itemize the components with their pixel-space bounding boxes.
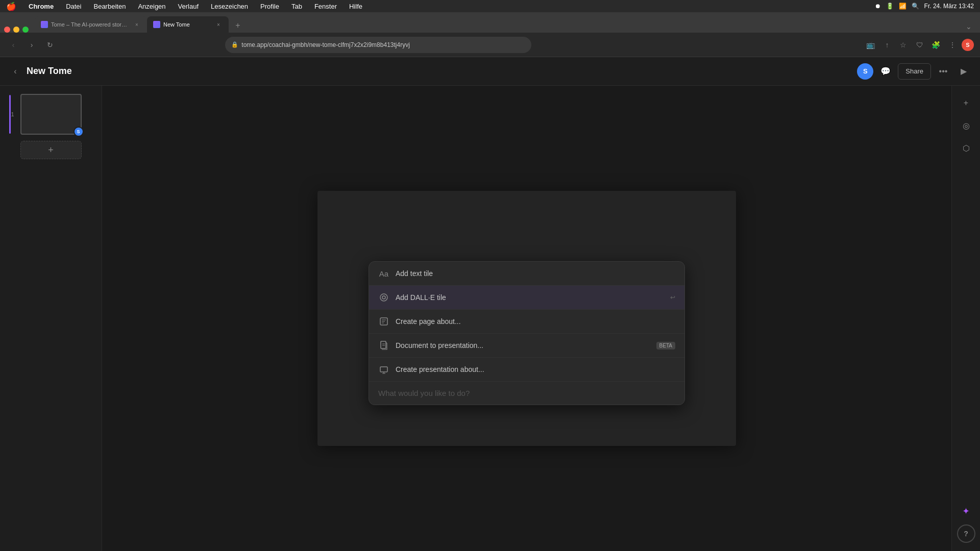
page-title: New Tome [27,66,72,77]
right-sidebar: + ◎ ⬡ ✦ ? [951,86,980,551]
browser-toolbar-right: 📺 ↑ ☆ 🛡 🧩 ⋮ S [864,38,974,52]
beta-badge: BETA [656,342,675,349]
menu-bar: 🍎 Chrome Datei Bearbeiten Anzeigen Verla… [0,0,980,12]
create-page-icon [378,316,389,327]
comments-button[interactable]: 💬 [877,63,894,80]
ai-button[interactable]: ✦ [957,502,975,520]
menu-bearbeiten[interactable]: Bearbeiten [91,2,128,11]
add-tool-button[interactable]: + [957,94,975,112]
menu-wifi: 📶 [899,3,906,10]
share-label: Share [905,67,923,75]
dalle-icon [378,292,389,303]
menu-anzeigen[interactable]: Anzeigen [136,2,167,11]
slide-canvas[interactable]: Aa Add text tile Add DALL·E tile [317,191,736,446]
create-pres-label: Create presentation about... [396,365,675,373]
slide-thumbnail-1[interactable]: 1 S [20,94,82,135]
back-button[interactable]: ‹ [6,38,20,52]
menu-verlauf[interactable]: Verlauf [176,2,201,11]
lock-icon: 🔒 [231,41,238,48]
window-controls [4,27,29,33]
target-tool-button[interactable]: ◎ [957,116,975,135]
address-bar: ‹ › ↻ 🔒 tome.app/coachai-gmbh/new-tome-c… [0,33,980,57]
add-slide-button[interactable]: + [20,141,82,159]
shields-icon[interactable]: 🛡 [913,38,927,52]
text-tile-icon: Aa [378,268,389,279]
share-page-button[interactable]: ↑ [880,38,894,52]
tab-close-2[interactable]: × [214,20,223,29]
new-tab-button[interactable]: + [231,18,245,33]
doc-icon [378,340,389,351]
palette-tool-button[interactable]: ⬡ [957,139,975,157]
minimize-window-button[interactable] [13,27,19,33]
slide-number-1: 1 [11,111,14,117]
menu-lesezeichen[interactable]: Lesezeichen [209,2,250,11]
menu-battery: 🔋 [886,3,894,10]
main-layout: 1 S + Aa Add text tile [0,86,980,551]
menu-datetime: Fr. 24. März 13:42 [924,3,974,10]
extensions-btn[interactable]: 🧩 [929,38,943,52]
forward-button[interactable]: › [24,38,39,52]
menu-hilfe[interactable]: Hilfe [347,2,364,11]
slide-active-indicator [9,95,11,134]
dalle-tile-label: Add DALL·E tile [396,293,664,302]
create-presentation-item[interactable]: Create presentation about... [369,358,684,382]
create-page-item[interactable]: Create page about... [369,310,684,334]
doc-to-pres-label: Document to presentation... [396,341,647,349]
menu-datei[interactable]: Datei [64,2,83,11]
text-tile-label: Add text tile [396,269,675,278]
svg-rect-6 [381,341,386,348]
app-header: ‹ New Tome S 💬 Share ••• ▶ [0,57,980,86]
tab-tome-ai[interactable]: Tome – The AI-powered storyt… × [35,16,147,33]
browser-window: Tome – The AI-powered storyt… × New Tome… [0,12,980,551]
app-content: ‹ New Tome S 💬 Share ••• ▶ 1 S [0,57,980,551]
url-bar[interactable]: 🔒 tome.app/coachai-gmbh/new-tome-clfmj7x… [225,37,531,53]
action-input[interactable] [378,389,675,397]
action-panel: Aa Add text tile Add DALL·E tile [369,261,685,405]
add-dalle-tile-item[interactable]: Add DALL·E tile ↩ [369,286,684,310]
url-text: tome.app/coachai-gmbh/new-tome-clfmj7x2x… [241,41,525,48]
menu-profile[interactable]: Profile [258,2,281,11]
tab-close-1[interactable]: × [133,20,141,29]
menu-tab[interactable]: Tab [289,2,304,11]
share-button[interactable]: Share [898,63,931,80]
tab-title-1: Tome – The AI-powered storyt… [51,21,130,28]
menu-search[interactable]: 🔍 [912,3,919,10]
add-text-tile-item[interactable]: Aa Add text tile [369,262,684,286]
create-page-label: Create page about... [396,317,675,325]
menu-app[interactable]: Chrome [27,2,56,11]
menu-fenster[interactable]: Fenster [312,2,339,11]
header-right: S 💬 Share ••• ▶ [857,63,972,80]
browser-profile[interactable]: S [962,39,974,51]
slide-user-badge: S [74,127,84,137]
app-back-button[interactable]: ‹ [8,64,22,79]
tab-title-2: New Tome [163,21,211,28]
apple-menu[interactable]: 🍎 [6,2,16,11]
tab-favicon-1 [41,21,48,28]
more-tools-button[interactable]: ⋮ [945,38,960,52]
canvas-area: Aa Add text tile Add DALL·E tile [102,86,951,551]
svg-point-0 [380,294,387,301]
bookmark-button[interactable]: ☆ [896,38,911,52]
dalle-shortcut: ↩ [670,294,675,301]
reload-button[interactable]: ↻ [43,38,57,52]
create-pres-icon [378,364,389,375]
menu-record-icon: ⏺ [875,3,881,10]
close-window-button[interactable] [4,27,10,33]
more-options-button[interactable]: ••• [935,63,951,80]
help-button[interactable]: ? [957,524,975,543]
tab-new-tome[interactable]: New Tome × [147,16,229,33]
doc-to-presentation-item[interactable]: Document to presentation... BETA [369,334,684,358]
play-button[interactable]: ▶ [955,63,972,80]
tab-dropdown[interactable]: ⌄ [962,20,976,33]
maximize-window-button[interactable] [22,27,29,33]
user-avatar[interactable]: S [857,63,873,80]
svg-rect-9 [380,367,387,372]
action-input-row[interactable] [369,382,684,405]
left-sidebar: 1 S + [0,86,102,551]
cast-button[interactable]: 📺 [864,38,878,52]
tab-favicon-2 [153,21,160,28]
tab-bar: Tome – The AI-powered storyt… × New Tome… [0,12,980,33]
svg-point-1 [382,296,385,299]
menu-bar-right: ⏺ 🔋 📶 🔍 Fr. 24. März 13:42 [875,3,974,10]
